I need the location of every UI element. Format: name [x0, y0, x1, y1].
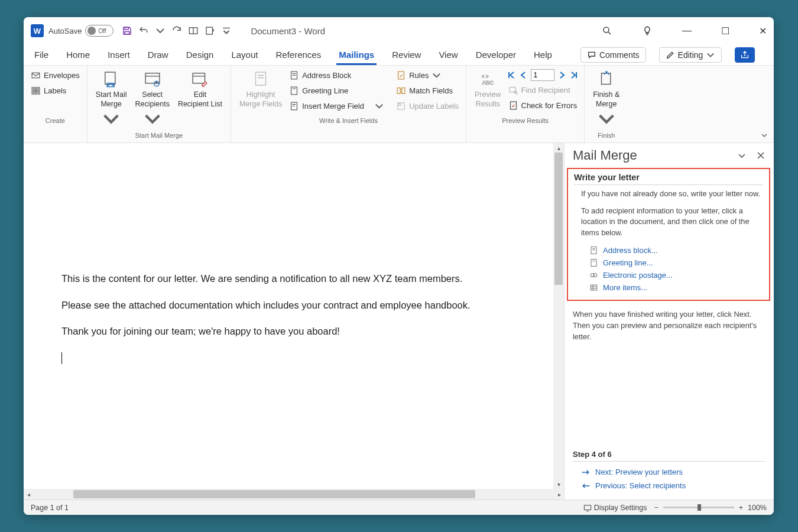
group-finish-label: Finish	[591, 130, 622, 141]
find-recipient-button[interactable]: Find Recipient	[507, 84, 579, 96]
pane-title: Mail Merge	[573, 148, 637, 163]
zoom-control: − + 100%	[654, 504, 767, 512]
zoom-in-button[interactable]: +	[739, 504, 743, 512]
tab-developer[interactable]: Developer	[473, 46, 518, 65]
document-page[interactable]: This is the content for our letter. We a…	[24, 143, 551, 489]
pane-dropdown-icon[interactable]	[737, 151, 747, 160]
svg-rect-37	[402, 88, 405, 94]
save-icon[interactable]	[122, 25, 132, 36]
qat-customize-icon[interactable]	[221, 25, 232, 36]
address-block-button[interactable]: Address Block	[288, 69, 385, 82]
check-errors-button[interactable]: Check for Errors	[507, 99, 579, 112]
svg-point-57	[593, 274, 597, 277]
hscroll-thumb[interactable]	[73, 490, 475, 498]
display-settings-button[interactable]: Display Settings	[583, 504, 647, 512]
last-record-icon[interactable]	[570, 71, 578, 79]
envelopes-button[interactable]: Envelopes	[30, 69, 81, 82]
group-preview-label: Preview Results	[472, 115, 578, 126]
tab-help[interactable]: Help	[531, 46, 554, 65]
highlight-merge-fields-button[interactable]: Highlight Merge Fields	[237, 69, 284, 109]
tab-review[interactable]: Review	[390, 46, 423, 65]
autosave-control[interactable]: AutoSave Off	[48, 25, 113, 37]
paragraph-1: This is the content for our letter. We a…	[61, 271, 515, 286]
vertical-scrollbar[interactable]: ▴▾	[553, 143, 564, 489]
tab-insert[interactable]: Insert	[105, 46, 132, 65]
tab-home[interactable]: Home	[64, 46, 92, 65]
minimize-icon[interactable]: —	[682, 25, 692, 37]
record-navigation	[507, 69, 579, 81]
close-icon[interactable]: ✕	[759, 25, 767, 37]
zoom-percent[interactable]: 100%	[748, 504, 767, 512]
lightbulb-icon[interactable]	[642, 25, 653, 36]
page-indicator[interactable]: Page 1 of 1	[31, 504, 69, 512]
link-address-block[interactable]: Address block...	[574, 244, 763, 257]
next-record-icon[interactable]	[558, 71, 566, 79]
ribbon: Envelopes Labels Create Start Mail Merge…	[24, 66, 774, 143]
labels-button[interactable]: Labels	[30, 85, 81, 97]
svg-rect-36	[397, 88, 400, 94]
tab-layout[interactable]: Layout	[229, 46, 260, 65]
tab-references[interactable]: References	[273, 46, 323, 65]
share-button[interactable]	[735, 47, 755, 63]
svg-rect-24	[256, 72, 266, 85]
link-greeting-line[interactable]: Greeting line...	[574, 257, 763, 269]
editing-mode-button[interactable]: Editing	[659, 47, 722, 63]
search-icon[interactable]	[602, 25, 612, 36]
qat-item1-icon[interactable]	[188, 25, 199, 36]
group-preview-results: « »ABCPreview Results Find Recipient Che…	[466, 66, 585, 142]
svg-rect-54	[591, 259, 596, 267]
zoom-out-button[interactable]: −	[654, 504, 658, 512]
svg-rect-12	[33, 89, 35, 90]
tab-design[interactable]: Design	[184, 46, 216, 65]
greeting-line-button[interactable]: Greeting Line	[288, 85, 385, 97]
svg-line-7	[608, 32, 611, 34]
vscroll-thumb[interactable]	[554, 153, 563, 285]
horizontal-scrollbar[interactable]: ◂▸	[24, 489, 564, 499]
next-step-link[interactable]: Next: Preview your letters	[573, 465, 765, 479]
first-record-icon[interactable]	[507, 71, 515, 79]
collapse-ribbon-icon[interactable]	[761, 132, 768, 139]
record-number-input[interactable]	[531, 69, 554, 81]
undo-dropdown-icon[interactable]	[155, 25, 166, 36]
comments-button[interactable]: Comments	[580, 47, 646, 63]
mail-merge-pane: Mail Merge Write your letter If you have…	[564, 143, 774, 499]
qat-item2-icon[interactable]	[205, 25, 215, 36]
svg-point-6	[604, 27, 609, 33]
zoom-slider[interactable]	[663, 507, 734, 508]
link-electronic-postage[interactable]: Electronic postage...	[574, 269, 763, 281]
prev-record-icon[interactable]	[519, 71, 527, 79]
autosave-label: AutoSave	[48, 27, 82, 35]
title-bar: W AutoSave Off Document3 - Word — ☐ ✕	[24, 17, 774, 44]
update-labels-button[interactable]: Update Labels	[395, 100, 460, 112]
finish-merge-button[interactable]: Finish & Merge	[591, 69, 622, 130]
group-write-label: Write & Insert Fields	[237, 115, 460, 126]
document-container: This is the content for our letter. We a…	[24, 143, 564, 499]
svg-rect-10	[32, 73, 40, 78]
paragraph-2: Please see the attached documentation wh…	[61, 297, 515, 313]
rules-button[interactable]: Rules	[395, 69, 460, 82]
svg-rect-4	[206, 27, 213, 34]
svg-rect-41	[398, 103, 401, 106]
tab-draw[interactable]: Draw	[145, 46, 171, 65]
insert-merge-field-button[interactable]: Insert Merge Field	[288, 100, 385, 112]
redo-icon[interactable]	[171, 25, 182, 36]
tab-file[interactable]: File	[32, 46, 51, 65]
group-write-insert: Highlight Merge Fields Address Block Gre…	[231, 66, 466, 142]
link-more-items[interactable]: More items...	[574, 281, 763, 294]
document-area[interactable]: This is the content for our letter. We a…	[24, 143, 564, 489]
tab-view[interactable]: View	[436, 46, 460, 65]
autosave-toggle[interactable]: Off	[85, 25, 113, 37]
word-icon: W	[31, 24, 44, 37]
status-bar: Page 1 of 1 Display Settings − + 100%	[24, 499, 774, 515]
maximize-icon[interactable]: ☐	[721, 25, 729, 37]
match-fields-button[interactable]: Match Fields	[395, 85, 460, 97]
step-label: Step 4 of 6	[573, 447, 765, 462]
tab-mailings[interactable]: Mailings	[336, 46, 377, 65]
edit-recipient-list-button[interactable]: Edit Recipient List	[176, 69, 225, 109]
undo-icon[interactable]	[138, 25, 149, 36]
prev-step-link[interactable]: Previous: Select recipients	[573, 479, 765, 492]
preview-results-button[interactable]: « »ABCPreview Results	[472, 69, 503, 109]
select-recipients-button[interactable]: Select Recipients	[133, 69, 172, 130]
pane-close-icon[interactable]	[756, 151, 765, 160]
start-mail-merge-button[interactable]: Start Mail Merge	[93, 69, 129, 130]
